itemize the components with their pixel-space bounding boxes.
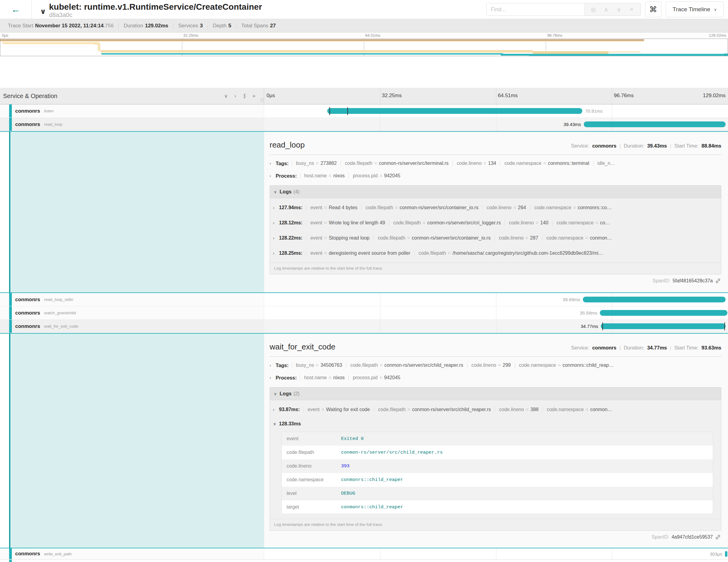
logs-label: Logs [280, 189, 291, 195]
span-row-wait-for-exit-code[interactable]: conmonrs wait_for_exit_code 34.77ms [0, 320, 728, 333]
service-operation-title: Service & Operation [3, 93, 57, 100]
log-entry[interactable]: › 127.94ms: event=Read 4 bytescode.filep… [273, 200, 718, 215]
logs-body: › 93.87ms: event=Waiting for exit codeco… [270, 400, 721, 530]
field-key: code.namespace [282, 473, 341, 487]
span-id-row: SpanID: 4a947cfd1ce59537 [270, 531, 721, 545]
logs-header[interactable]: ∨ Logs (4) [270, 186, 721, 198]
process-list: host.name=nixosprocess.pid=942045 [300, 173, 404, 179]
ruler-tick: 32.25ms [382, 93, 402, 99]
span-row-write-exit-path[interactable]: conmonrs write_exit_path 303μs [0, 548, 728, 560]
log-entry[interactable]: › 93.87ms: event=Waiting for exit codeco… [273, 402, 718, 417]
span-row-read-loop[interactable]: conmonrs read_loop 39.43ms [0, 118, 728, 131]
chevron-right-icon: › [273, 236, 279, 240]
process-label: Process: [276, 375, 297, 381]
prev-match-icon[interactable]: ∧ [600, 6, 613, 13]
chevron-right-icon: › [273, 220, 279, 225]
process-pill: process.pid=942045 [349, 375, 404, 380]
keyboard-shortcuts-button[interactable]: ⌘ [645, 2, 662, 17]
collapse-all-icon[interactable]: ∨ [224, 93, 228, 99]
chevron-right-icon: › [273, 205, 279, 210]
collapse-deep-icon[interactable]: ∨∨ [243, 94, 246, 98]
logs-footer-note: Log timestamps are relative to the start… [270, 519, 721, 530]
log-field-pill: code.namespace=co… [552, 220, 614, 226]
trace-id: d8a3a0c [49, 12, 262, 18]
collapse-header-icon[interactable]: ∨ [40, 7, 46, 16]
column-resizer[interactable] [261, 98, 263, 102]
detail-indent-pane [0, 132, 264, 292]
next-match-icon[interactable]: ∨ [613, 6, 625, 13]
log-field-pill: code.namespace=conmonrs::co… [530, 205, 616, 210]
span-row-read-loop-stdin[interactable]: conmonrs read_loop_stdin 39.69ms [0, 293, 728, 306]
trace-services: Services3 [173, 23, 208, 29]
span-color-accent [9, 293, 12, 306]
span-bar[interactable] [601, 323, 726, 329]
link-icon[interactable] [715, 278, 721, 284]
table-row: code.lineno 393 [282, 459, 713, 473]
chevron-right-icon: › [273, 407, 279, 412]
tag-pill: busy_ns=34506763 [292, 363, 346, 368]
span-duration-label: 303μs [707, 548, 725, 559]
span-id-value: 5faf48165428c37a [672, 278, 713, 284]
span-bar[interactable] [584, 121, 726, 127]
expand-one-icon[interactable]: › [234, 93, 236, 99]
process-accordion[interactable]: › Process: host.name=nixosprocess.pid=94… [270, 374, 721, 382]
minimap-canvas[interactable] [0, 39, 728, 56]
expand-all-icon[interactable]: » [253, 93, 255, 99]
match-target-icon[interactable]: ◎ [587, 6, 600, 13]
field-value: Exited 0 [341, 432, 713, 446]
span-row-watch-grandchild[interactable]: conmonrs watch_grandchild 35.58ms [0, 306, 728, 320]
divider [270, 356, 721, 357]
log-marker [329, 107, 330, 115]
tags-accordion[interactable]: › Tags: busy_ns=34506763code.filepath=co… [270, 361, 721, 369]
logs-count: (4) [293, 189, 299, 195]
span-duration-label: 39.43ms [561, 118, 584, 131]
logs-count: (2) [293, 391, 299, 397]
log-field-pill: event=Read 4 bytes [306, 205, 361, 210]
tag-pill: code.filepath=conmon-rs/server/src/child… [346, 363, 467, 368]
service-name: conmonrs [15, 551, 40, 557]
span-bar[interactable] [600, 310, 727, 316]
log-timestamp: 128.33ms [279, 421, 301, 427]
divider [270, 155, 721, 155]
ruler-tick: 0μs [267, 93, 275, 99]
log-entry-expanded[interactable]: ∨ 128.33ms [273, 417, 718, 431]
span-bar[interactable] [327, 108, 582, 114]
span-bar-cell: 35.58ms [264, 306, 728, 320]
logs-header[interactable]: ∨ Logs (2) [270, 387, 721, 400]
logs-footer-note: Log timestamps are relative to the start… [270, 263, 721, 274]
span-name-cell: conmonrs read_loop [0, 118, 264, 131]
log-entry[interactable]: › 128.25ms: event=deregistering event so… [273, 246, 718, 261]
link-icon[interactable] [715, 534, 721, 540]
field-key: target [282, 500, 341, 514]
tags-accordion[interactable]: › Tags: busy_ns=273882code.filepath=conm… [270, 159, 721, 167]
log-field-pill: event=Stopping read loop [306, 235, 373, 241]
span-bar[interactable] [583, 297, 726, 302]
process-accordion[interactable]: › Process: host.name=nixosprocess.pid=94… [270, 172, 721, 180]
log-entry[interactable]: › 128.22ms: event=Stopping read loopcode… [273, 230, 718, 246]
detail-indent-pane [0, 334, 264, 548]
span-bar[interactable] [725, 551, 727, 557]
field-value: conmonrs::child_reaper [341, 500, 713, 514]
operation-name: read_loop_stdin [44, 297, 73, 302]
clear-search-icon[interactable]: × [625, 6, 638, 13]
service-name: conmonrs [15, 297, 40, 303]
span-color-accent [9, 548, 12, 559]
field-value: 393 [341, 459, 713, 473]
process-pill: host.name=nixos [300, 375, 349, 380]
span-meta: Service:conmonrs | Duration:34.77ms | St… [571, 345, 721, 351]
trace-view-selector[interactable]: Trace Timeline ∨ [666, 2, 724, 17]
timeline-grid-header: Service & Operation ∨ › ∨∨ » 0μs 32.25ms… [0, 88, 728, 104]
log-field-pill: code.filepath=conmon-rs/server/src/conta… [361, 205, 482, 210]
trace-start: Trace StartNovember 15 2022, 11:24:14.75… [3, 23, 119, 29]
span-name-cell: conmonrs watch_grandchild [0, 306, 264, 320]
span-name-cell: conmonrs read_loop_stdin [0, 293, 264, 306]
span-detail-read-loop: read_loop Service:conmonrs | Duration:39… [0, 131, 728, 293]
span-duration-label: 70.91ms [582, 104, 605, 118]
minimap-tick: 32.25ms [183, 33, 199, 38]
chevron-down-icon: ∨ [274, 391, 280, 396]
trace-summary-bar: Trace StartNovember 15 2022, 11:24:14.75… [0, 19, 728, 32]
find-input[interactable] [487, 3, 584, 15]
log-entry[interactable]: › 128.12ms: event=Wrote log line of leng… [273, 215, 718, 230]
back-button[interactable]: ← [0, 0, 32, 19]
span-row-listen[interactable]: conmonrs listen 70.91ms [0, 104, 728, 118]
